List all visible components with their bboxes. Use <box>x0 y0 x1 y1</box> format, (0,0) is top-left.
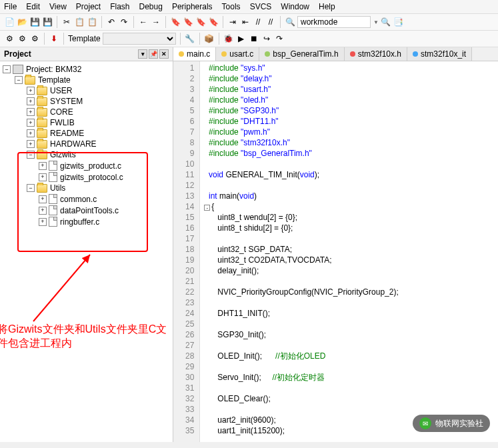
run-icon[interactable]: ▶ <box>236 33 247 44</box>
project-icon <box>13 65 23 74</box>
uncomment-icon[interactable]: // <box>265 17 276 27</box>
undo-icon[interactable]: ↶ <box>106 17 117 27</box>
tree-file-dataPointTools-c[interactable]: +dataPointTools.c <box>3 205 170 216</box>
menu-peripherals[interactable]: Peripherals <box>172 2 213 11</box>
watermark: ✉ 物联网实验社 <box>413 415 490 432</box>
find-input[interactable] <box>297 16 371 28</box>
toolbar-2: ⚙ ⚙ ⚙ ⬇ Template 🔧 📦 🐞 ▶ ⏹ ↪ ↷ <box>0 31 498 47</box>
build-all-icon[interactable]: ⚙ <box>29 33 40 44</box>
menu-tools[interactable]: Tools <box>222 2 241 11</box>
file-icon <box>49 161 57 171</box>
tree-file-ringbuffer-c[interactable]: +ringbuffer.c <box>3 216 170 227</box>
tree-folder-hardware[interactable]: +HARDWARE <box>3 139 170 149</box>
find-files-icon[interactable]: 📑 <box>393 17 404 27</box>
nav-back-icon[interactable]: ← <box>138 17 149 27</box>
tree-template[interactable]: −Template <box>3 75 170 85</box>
stop-icon[interactable]: ⏹ <box>249 33 259 44</box>
comment-icon[interactable]: // <box>253 17 263 27</box>
copy-icon[interactable]: 📋 <box>74 17 85 27</box>
tree-folder-gizwits[interactable]: −Gizwits <box>3 149 170 160</box>
project-tree[interactable]: −Project: BKM32−Template+USER+SYSTEM+COR… <box>0 61 173 442</box>
nav-fwd-icon[interactable]: → <box>151 17 161 27</box>
target-select[interactable] <box>103 33 176 45</box>
tab-bsp_GeneralTim-h[interactable]: bsp_GeneralTim.h <box>259 47 344 61</box>
menu-debug[interactable]: Debug <box>139 2 163 11</box>
code-lines[interactable]: #include "sys.h" #include "delay.h" #inc… <box>200 61 402 442</box>
find-next-icon[interactable]: 🔍 <box>381 17 391 27</box>
panel-close-icon[interactable]: ✕ <box>159 49 169 59</box>
find-icon[interactable]: 🔍 <box>285 17 295 27</box>
bookmark-icon[interactable]: 🔖 <box>170 17 181 27</box>
download-icon[interactable]: ⬇ <box>49 33 59 44</box>
menu-svcs[interactable]: SVCS <box>250 2 272 11</box>
new-icon[interactable]: 📄 <box>4 17 15 27</box>
tab-main-c[interactable]: main.c <box>173 47 216 61</box>
tree-root[interactable]: −Project: BKM32 <box>3 64 170 75</box>
manage-icon[interactable]: 📦 <box>204 33 215 44</box>
open-icon[interactable]: 📂 <box>17 17 27 27</box>
tree-folder-utils[interactable]: −Utils <box>3 183 170 193</box>
menu-edit[interactable]: Edit <box>26 2 40 11</box>
tab-stm32f10x-h[interactable]: stm32f10x.h <box>345 47 407 61</box>
annotation-text: 将Gizwits文件夹和Utils文件夹里C文件包含进工程内 <box>0 323 173 351</box>
menu-file[interactable]: File <box>4 2 17 11</box>
tree-folder-user[interactable]: +USER <box>3 85 170 96</box>
menu-flash[interactable]: Flash <box>110 2 129 11</box>
file-icon <box>49 205 57 215</box>
folder-icon <box>25 76 35 85</box>
tree-folder-readme[interactable]: +README <box>3 128 170 139</box>
panel-menu-icon[interactable]: ▾ <box>138 49 147 59</box>
indent-icon[interactable]: ⇥ <box>227 17 238 27</box>
project-panel: Project ▾ 📌 ✕ −Project: BKM32−Template+U… <box>0 47 173 442</box>
options-icon[interactable]: 🔧 <box>185 33 195 44</box>
wechat-icon: ✉ <box>419 417 431 429</box>
tree-folder-fwlib[interactable]: +FWLIB <box>3 117 170 128</box>
panel-pin-icon[interactable]: 📌 <box>149 49 158 59</box>
tab-usart-c[interactable]: usart.c <box>216 47 259 61</box>
folder-icon <box>37 140 47 149</box>
folder-icon <box>37 184 47 193</box>
tree-folder-system[interactable]: +SYSTEM <box>3 96 170 107</box>
bookmark-prev-icon[interactable]: 🔖 <box>183 17 193 27</box>
cut-icon[interactable]: ✂ <box>61 17 72 27</box>
rebuild-icon[interactable]: ⚙ <box>17 33 27 44</box>
find-dropdown-icon[interactable]: ▼ <box>373 19 379 25</box>
tree-folder-core[interactable]: +CORE <box>3 107 170 117</box>
watermark-text: 物联网实验社 <box>435 418 483 429</box>
file-icon <box>49 217 57 227</box>
build-icon[interactable]: ⚙ <box>4 33 15 44</box>
editor-area: main.cusart.cbsp_GeneralTim.hstm32f10x.h… <box>173 47 498 442</box>
folder-icon <box>37 151 47 159</box>
tab-status-icon <box>179 51 184 57</box>
tree-file-gizwits_product-c[interactable]: +gizwits_product.c <box>3 160 170 171</box>
menu-project[interactable]: Project <box>76 2 101 11</box>
menu-bar: FileEditViewProjectFlashDebugPeripherals… <box>0 0 498 14</box>
folder-icon <box>37 87 47 95</box>
paste-icon[interactable]: 📋 <box>87 17 97 27</box>
step-over-icon[interactable]: ↷ <box>274 33 285 44</box>
menu-window[interactable]: Window <box>281 2 309 11</box>
menu-view[interactable]: View <box>49 2 67 11</box>
tree-file-common-c[interactable]: +common.c <box>3 193 170 205</box>
line-gutter: 1234567891011121314151617181920212223242… <box>173 61 200 442</box>
toolbar-1: 📄 📂 💾 💾 ✂ 📋 📋 ↶ ↷ ← → 🔖 🔖 🔖 🔖 ⇥ ⇤ // // … <box>0 14 498 31</box>
svg-line-0 <box>33 255 90 321</box>
step-icon[interactable]: ↪ <box>261 33 272 44</box>
target-label: Template <box>68 34 101 43</box>
bookmark-clear-icon[interactable]: 🔖 <box>208 17 219 27</box>
tab-stm32f10x_it[interactable]: stm32f10x_it <box>407 47 472 61</box>
outdent-icon[interactable]: ⇤ <box>240 17 251 27</box>
folder-icon <box>37 119 47 127</box>
save-icon[interactable]: 💾 <box>29 17 40 27</box>
bookmark-next-icon[interactable]: 🔖 <box>195 17 206 27</box>
redo-icon[interactable]: ↷ <box>119 17 129 27</box>
file-icon <box>49 194 57 204</box>
tree-file-gizwits_protocol-c[interactable]: +gizwits_protocol.c <box>3 171 170 183</box>
save-all-icon[interactable]: 💾 <box>42 17 53 27</box>
tab-status-icon <box>221 51 227 57</box>
annotation-arrow <box>27 248 107 328</box>
project-panel-title: Project ▾ 📌 ✕ <box>0 47 173 61</box>
debug-icon[interactable]: 🐞 <box>223 33 234 44</box>
code-view[interactable]: 1234567891011121314151617181920212223242… <box>173 61 498 442</box>
menu-help[interactable]: Help <box>319 2 335 11</box>
